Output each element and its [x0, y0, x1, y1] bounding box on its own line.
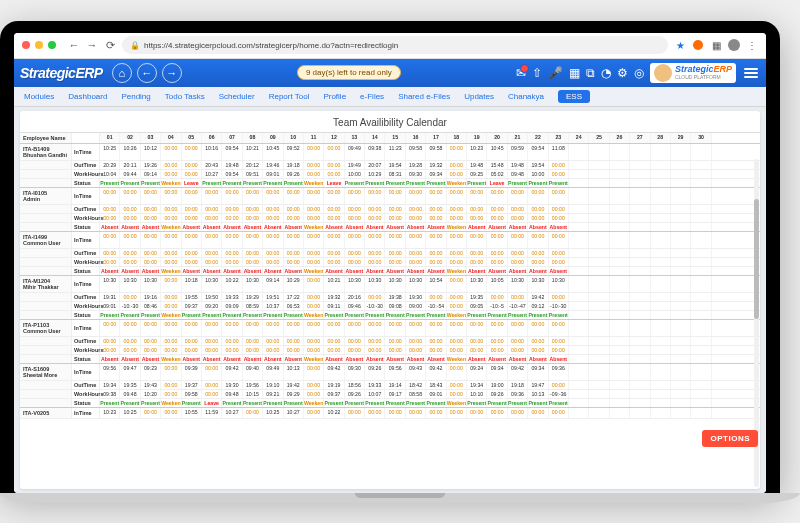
cell: 09:49: [345, 144, 365, 160]
nav-right-icon[interactable]: →: [162, 63, 182, 83]
options-button[interactable]: OPTIONS: [702, 430, 758, 447]
apps-icon[interactable]: ▦: [710, 39, 722, 51]
tab-scheduler[interactable]: Scheduler: [219, 92, 255, 101]
cell: 00:00: [182, 214, 202, 222]
cell: [671, 214, 691, 222]
cell: 00:00: [120, 214, 140, 222]
tab-updates[interactable]: Updates: [464, 92, 494, 101]
cell: [589, 364, 609, 380]
cell: Present: [324, 399, 344, 407]
partner-card[interactable]: StrategicERP CLOUD PLATFORM: [650, 63, 736, 83]
target-icon[interactable]: ◎: [634, 66, 644, 80]
cell: [671, 161, 691, 169]
cell: 10:21: [243, 144, 263, 160]
tab-dashboard[interactable]: Dashboard: [68, 92, 107, 101]
cell: 09:58: [182, 390, 202, 398]
minimize-window-icon[interactable]: [35, 41, 43, 49]
hamburger-menu-icon[interactable]: [742, 64, 760, 82]
cell: [671, 311, 691, 319]
header-employee-name: Employee Name: [20, 133, 72, 143]
cell: [671, 188, 691, 204]
cell: [671, 390, 691, 398]
cell: Absent: [365, 355, 385, 363]
forward-icon[interactable]: →: [86, 39, 98, 51]
cell: 00:00: [447, 408, 467, 418]
cell: 00:00: [528, 337, 548, 345]
nav-left-icon[interactable]: ←: [137, 63, 157, 83]
upload-icon[interactable]: ⇧: [532, 66, 542, 80]
back-icon[interactable]: ←: [68, 39, 80, 51]
cell: 00:00: [120, 258, 140, 266]
cell: [651, 179, 671, 187]
cell: Present: [549, 179, 569, 187]
metric-label: OutTime: [72, 205, 100, 213]
metric-label: Status: [72, 223, 100, 231]
cell: Present: [385, 179, 405, 187]
copy-icon[interactable]: ⧉: [586, 66, 595, 80]
cell: Present: [528, 399, 548, 407]
settings-icon[interactable]: ⚙: [617, 66, 628, 80]
tab-chanakya[interactable]: Chanakya: [508, 92, 544, 101]
cell: 00:00: [406, 214, 426, 222]
extension-icon[interactable]: [692, 39, 704, 51]
cell: 00:00: [487, 214, 507, 222]
cell: [651, 320, 671, 336]
cell: 00:00: [487, 346, 507, 354]
cell: 09:42: [324, 364, 344, 380]
tab-todo-tasks[interactable]: Todo Tasks: [165, 92, 205, 101]
tab-report-tool[interactable]: Report Tool: [269, 92, 310, 101]
mic-icon[interactable]: 🎤: [548, 66, 563, 80]
bookmark-star-icon[interactable]: ★: [674, 39, 686, 51]
reload-icon[interactable]: ⟳: [104, 39, 116, 51]
scrollbar-thumb[interactable]: [754, 199, 759, 319]
calculator-icon[interactable]: ▦: [569, 66, 580, 80]
cell: 09:54: [528, 144, 548, 160]
cell: [569, 205, 589, 213]
cell: [569, 337, 589, 345]
cell: 00:00: [345, 337, 365, 345]
calendar-table[interactable]: Employee Name010203040506070809101112131…: [20, 132, 760, 489]
cell: 10:27: [284, 408, 304, 418]
cell: 00:00: [182, 346, 202, 354]
metric-label: Status: [72, 311, 100, 319]
cell: Absent: [182, 267, 202, 275]
cell: 00:00: [487, 258, 507, 266]
home-icon[interactable]: ⌂: [112, 63, 132, 83]
cell: [569, 311, 589, 319]
cell: Absent: [549, 223, 569, 231]
cell: 00:00: [141, 232, 161, 248]
cell: [671, 320, 691, 336]
clock-icon[interactable]: ◔: [601, 66, 611, 80]
cell: 00:00: [426, 205, 446, 213]
cell: [610, 276, 630, 292]
header-day-30: 30: [691, 133, 711, 143]
cell: 20:12: [243, 161, 263, 169]
cell: Present: [467, 311, 487, 319]
cell: 00:00: [365, 346, 385, 354]
cell: Present: [487, 399, 507, 407]
cell: Present: [549, 399, 569, 407]
cell: 10:30: [406, 276, 426, 292]
cell: 00:00: [202, 381, 222, 389]
table-row: StatusPresentPresentPresentWeekendPresen…: [20, 311, 760, 320]
cell: 09:23: [141, 364, 161, 380]
address-bar[interactable]: 🔒 https://4.strategicerpcloud.com/strate…: [122, 36, 668, 54]
profile-avatar-icon[interactable]: [728, 39, 740, 51]
browser-menu-icon[interactable]: ⋮: [746, 39, 758, 51]
cell: [691, 399, 711, 407]
tab-modules[interactable]: Modules: [24, 92, 54, 101]
tab-e-files[interactable]: e-Files: [360, 92, 384, 101]
tab-shared-e-files[interactable]: Shared e-Files: [398, 92, 450, 101]
tab-ess[interactable]: ESS: [558, 90, 590, 103]
close-window-icon[interactable]: [22, 41, 30, 49]
cell: Present: [182, 311, 202, 319]
cell: 00:00: [467, 232, 487, 248]
cell: Absent: [426, 355, 446, 363]
cell: 10:22: [222, 276, 242, 292]
maximize-window-icon[interactable]: [48, 41, 56, 49]
cell: 00:00: [508, 408, 528, 418]
cell: 19:35: [467, 293, 487, 301]
tab-profile[interactable]: Profile: [323, 92, 346, 101]
tab-pending[interactable]: Pending: [121, 92, 150, 101]
mail-icon[interactable]: ✉: [516, 66, 526, 80]
